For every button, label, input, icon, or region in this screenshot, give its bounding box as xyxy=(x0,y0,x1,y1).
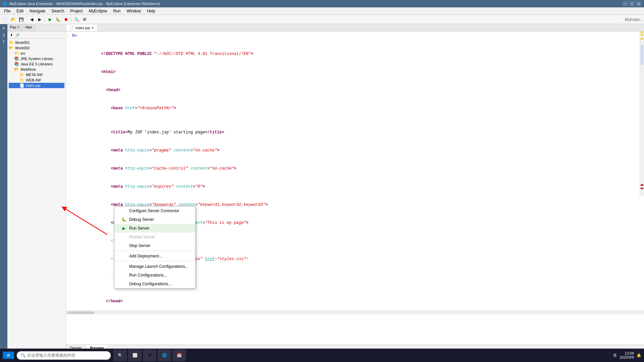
ctx-debug-label: Debug Server xyxy=(129,217,154,222)
tree-item-src[interactable]: 📁 src xyxy=(9,51,64,56)
scroll-marker-red-1 xyxy=(641,184,643,186)
close-tab-icon[interactable]: ✕ xyxy=(91,26,94,29)
line-content[interactable]: <!DOCTYPE HTML PUBLIC "-//W3C//DTD HTML … xyxy=(72,45,638,63)
left-panel-tabs: Pac × Hier xyxy=(7,24,66,32)
code-line-meta3: <meta http-equiv="expires" content="0"> xyxy=(66,178,639,196)
tab-hierarchy[interactable]: Hier xyxy=(22,24,35,31)
menu-bar: File Edit Navigate Search Project MyEcli… xyxy=(0,7,644,15)
code-line-doctype: <!DOCTYPE HTML PUBLIC "-//W3C//DTD HTML … xyxy=(66,45,639,63)
add-icon xyxy=(121,253,126,259)
taskbar-app-search[interactable]: 🔍 xyxy=(113,349,127,361)
ctx-debug-configurations[interactable]: Debug Configurations... xyxy=(114,280,195,288)
clock-date: 2020/9/9 xyxy=(620,355,634,359)
notification-icon[interactable]: 🔔 xyxy=(637,353,641,358)
h-scrollbar[interactable] xyxy=(66,310,644,314)
line-content[interactable]: <base href="<%=basePath%>"> xyxy=(72,99,638,117)
tb-fwd[interactable]: ▶ xyxy=(36,16,43,23)
tree-item-index-jsp[interactable]: 📄 index.jsp xyxy=(9,83,64,88)
ctx-configure-connector[interactable]: Configure Server Connector xyxy=(114,206,195,215)
manage-icon xyxy=(121,264,126,269)
search-bar[interactable]: 🔍 在这里输入你要搜索的内容 xyxy=(17,351,111,360)
tb-new[interactable]: 📄 xyxy=(1,16,9,23)
minimize-button[interactable]: ─ xyxy=(623,1,628,6)
scroll-thumb[interactable] xyxy=(641,45,643,65)
ctx-sep2 xyxy=(114,261,195,261)
line-content[interactable]: </head> xyxy=(72,292,638,310)
tb-settings[interactable]: ⚙ xyxy=(81,16,88,23)
ctx-restart-label: Restart Server xyxy=(129,235,155,239)
ctx-restart-server[interactable]: Restart Server xyxy=(114,233,195,241)
ctx-manage-launch[interactable]: Manage Launch Configurations... xyxy=(114,262,195,271)
close-button[interactable]: ✕ xyxy=(636,1,641,6)
start-button[interactable]: ⊞ xyxy=(3,352,14,359)
run-config-icon xyxy=(121,273,126,278)
tree-item-work002[interactable]: 📂 Work002 xyxy=(9,45,64,51)
menu-project[interactable]: Project xyxy=(67,8,85,14)
windows-icon: ⊞ xyxy=(7,353,10,358)
sidebar-icon-2[interactable]: S xyxy=(1,32,7,38)
left-sidebar: P S T xyxy=(0,24,7,352)
library-icon: 📚 xyxy=(14,62,19,66)
tree-item-work001[interactable]: 📁 Work001 xyxy=(9,40,64,45)
menu-run[interactable]: Run xyxy=(110,8,123,14)
ctx-add-deployment[interactable]: Add Deployment... xyxy=(114,252,195,260)
h-scroll-thumb[interactable] xyxy=(67,311,94,314)
tb-open[interactable]: 📂 xyxy=(9,16,17,23)
menu-myeclipse[interactable]: MyEclipse xyxy=(86,8,110,14)
maximize-button[interactable]: □ xyxy=(629,1,635,6)
code-line-base: <base href="<%=basePath%>"> xyxy=(66,99,639,117)
tree-item-javaee[interactable]: 📚 Java EE 5 Libraries xyxy=(9,61,64,67)
tree-item-webinf[interactable]: 📁 WEB-INF xyxy=(9,77,64,83)
line-content[interactable]: <html> xyxy=(72,63,638,81)
title-left: 🌐 MyEclipse Java Enterprise - Work002/We… xyxy=(3,2,160,6)
debug-config-icon xyxy=(121,281,126,287)
line-content[interactable]: <meta http-equiv="pragma" content="no-ca… xyxy=(72,141,638,160)
scroll-marker-red-2 xyxy=(641,188,643,189)
line-content[interactable]: %> xyxy=(72,33,638,39)
menu-edit[interactable]: Edit xyxy=(14,8,26,14)
taskbar-app-browser[interactable]: 🌐 xyxy=(158,349,171,361)
clock: 13:08 2020/9/9 xyxy=(620,351,634,359)
title-controls[interactable]: ─ □ ✕ xyxy=(623,1,641,6)
ctx-run-server[interactable]: ▶ Run Server xyxy=(114,224,195,233)
tab-package-explorer[interactable]: Pac × xyxy=(7,24,22,31)
sidebar-icon-3[interactable]: T xyxy=(1,39,7,45)
tb-back[interactable]: ◀ xyxy=(28,16,35,23)
tree-item-webroot[interactable]: 📂 WebRoot xyxy=(9,67,64,72)
menu-search[interactable]: Search xyxy=(49,8,67,14)
link-editor-button[interactable]: 🔗 xyxy=(15,32,20,38)
editor-tab-index-jsp[interactable]: 📄 index.jsp ✕ xyxy=(66,24,98,31)
tb-search[interactable]: 🔍 xyxy=(73,16,80,23)
ctx-run-configurations[interactable]: Run Configurations... xyxy=(114,271,195,280)
tb-debug[interactable]: 🐛 xyxy=(54,16,62,23)
line-content[interactable]: <meta http-equiv="cache-control" content… xyxy=(72,160,638,178)
perspective-label: MyEclips... xyxy=(625,17,643,21)
tb-run[interactable]: ▶ xyxy=(46,16,54,23)
taskbar-lang: 英 xyxy=(613,353,617,358)
code-line-head: ◇ <head> xyxy=(66,81,639,99)
line-content[interactable]: <head> xyxy=(72,81,638,99)
tb-stop[interactable]: ⏹ xyxy=(62,16,70,23)
taskbar-app-settings[interactable]: ⚙ xyxy=(143,349,156,361)
editor-tabs: 📄 index.jsp ✕ xyxy=(66,24,644,32)
code-area[interactable]: ◇ %> <!DOCTYPE HTML PUBLIC "-//W3C//DTD … xyxy=(66,32,644,345)
collapse-all-button[interactable]: ⬇ xyxy=(9,32,14,38)
taskbar-app-multitask[interactable]: ⬜ xyxy=(128,349,142,361)
line-content[interactable]: <meta http-equiv="expires" content="0"> xyxy=(72,178,638,196)
menu-navigate[interactable]: Navigate xyxy=(27,8,48,14)
menu-file[interactable]: File xyxy=(1,8,13,14)
line-content[interactable]: <title>My JSP 'index.jsp' starting page<… xyxy=(72,123,638,141)
v-scrollbar[interactable] xyxy=(640,32,644,196)
menu-window[interactable]: Window xyxy=(124,8,144,14)
tree-item-metainf[interactable]: 📁 META-INF xyxy=(9,72,64,77)
sidebar-icon-1[interactable]: P xyxy=(1,25,7,32)
tree-item-jre[interactable]: 📚 JRE System Library xyxy=(9,56,64,61)
menu-help[interactable]: Help xyxy=(144,8,158,14)
left-panel: Pac × Hier ⬇ 🔗 📁 Work001 📂 Work002 📁 src xyxy=(7,24,66,352)
ctx-stop-server[interactable]: Stop Server xyxy=(114,241,195,250)
taskbar-app-calendar[interactable]: 📅 xyxy=(172,349,186,361)
ctx-debug-server[interactable]: 🐛 Debug Server xyxy=(114,215,195,224)
ctx-sep1 xyxy=(114,251,195,251)
tb-save[interactable]: 💾 xyxy=(17,16,25,23)
debug-icon: 🐛 xyxy=(121,217,126,222)
